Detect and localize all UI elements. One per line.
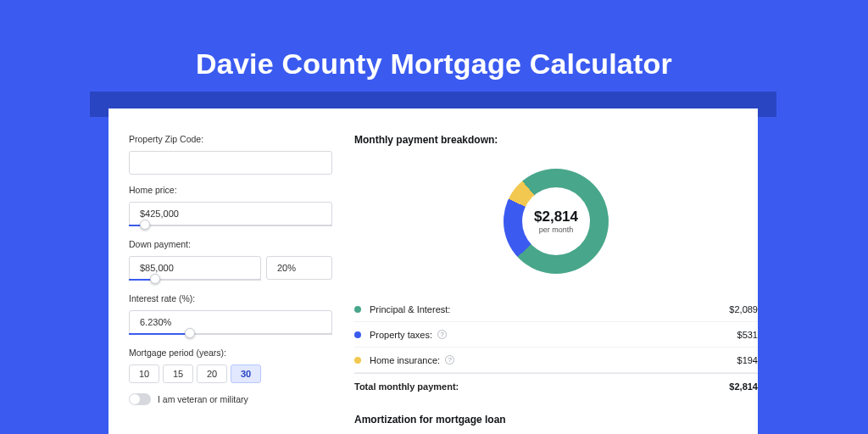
legend-bullet-icon [354, 331, 361, 338]
period-option-15[interactable]: 15 [163, 364, 193, 383]
donut-center: $2,814 per month [522, 187, 590, 255]
interest-label: Interest rate (%): [129, 293, 346, 303]
period-option-20[interactable]: 20 [197, 364, 227, 383]
amortization-section: Amortization for mortgage loan Amortizat… [354, 414, 758, 434]
interest-slider[interactable] [129, 332, 332, 337]
down-payment-pct-input[interactable] [266, 256, 332, 280]
legend-row: Home insurance:?$194 [354, 348, 758, 373]
period-label: Mortgage period (years): [129, 348, 346, 358]
home-price-group: Home price: [129, 185, 346, 229]
home-price-input[interactable] [129, 202, 332, 225]
form-column: Property Zip Code: Home price: Down paym… [108, 108, 346, 405]
legend-row: Principal & Interest:$2,089 [354, 297, 758, 322]
legend-value: $194 [737, 355, 758, 365]
period-option-10[interactable]: 10 [129, 364, 159, 383]
interest-group: Interest rate (%): [129, 293, 346, 337]
info-icon[interactable]: ? [445, 355, 454, 364]
donut-chart: $2,814 per month [354, 158, 758, 285]
veteran-toggle[interactable] [129, 393, 151, 405]
veteran-label: I am veteran or military [158, 394, 248, 404]
amortization-title: Amortization for mortgage loan [354, 414, 758, 426]
info-icon[interactable]: ? [437, 330, 447, 339]
legend-value: $531 [737, 330, 758, 340]
breakdown-column: Monthly payment breakdown: $2,814 per mo… [354, 108, 758, 434]
legend: Principal & Interest:$2,089Property taxe… [354, 297, 758, 398]
down-payment-group: Down payment: [129, 239, 346, 283]
legend-total-label: Total monthly payment: [354, 381, 459, 392]
period-options: 10152030 [129, 364, 346, 383]
legend-bullet-icon [354, 357, 361, 364]
down-payment-slider[interactable] [129, 278, 261, 283]
legend-total-row: Total monthly payment:$2,814 [354, 373, 758, 398]
period-group: Mortgage period (years): 10152030 [129, 348, 346, 383]
donut-ring: $2,814 per month [504, 169, 609, 274]
legend-label: Principal & Interest: [370, 304, 450, 314]
interest-slider-thumb[interactable] [185, 328, 195, 338]
veteran-row: I am veteran or military [129, 393, 346, 405]
calculator-card: Property Zip Code: Home price: Down paym… [108, 108, 758, 434]
page-title: Davie County Mortgage Calculator [0, 0, 868, 81]
down-payment-slider-thumb[interactable] [150, 274, 160, 284]
home-price-slider-track [129, 225, 332, 226]
zip-group: Property Zip Code: [129, 134, 346, 175]
period-option-30[interactable]: 30 [231, 364, 261, 383]
down-payment-input[interactable] [129, 256, 261, 280]
home-price-label: Home price: [129, 185, 346, 195]
home-price-slider[interactable] [129, 224, 332, 229]
legend-total-value: $2,814 [729, 381, 758, 392]
home-price-slider-thumb[interactable] [140, 220, 150, 230]
legend-row: Property taxes:?$531 [354, 322, 758, 348]
breakdown-title: Monthly payment breakdown: [354, 134, 758, 146]
page: Davie County Mortgage Calculator Propert… [0, 0, 868, 434]
legend-value: $2,089 [729, 304, 758, 314]
donut-center-sub: per month [539, 225, 574, 234]
down-payment-label: Down payment: [129, 239, 346, 249]
donut-center-value: $2,814 [534, 209, 578, 225]
zip-input[interactable] [129, 151, 332, 175]
legend-label: Property taxes: [370, 330, 432, 340]
legend-bullet-icon [354, 306, 361, 313]
zip-label: Property Zip Code: [129, 134, 346, 144]
interest-slider-fill [129, 333, 190, 335]
interest-input[interactable] [129, 310, 332, 334]
veteran-toggle-knob [130, 394, 140, 404]
legend-label: Home insurance: [370, 355, 440, 365]
